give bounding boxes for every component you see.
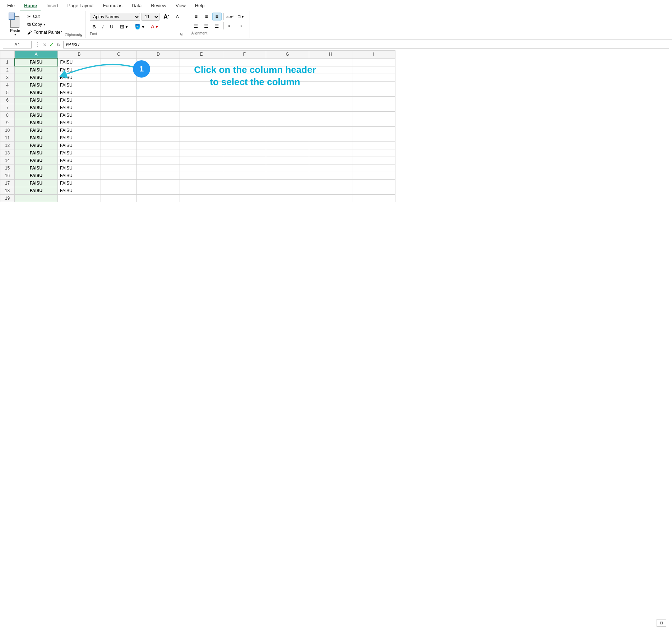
row-header-19[interactable]: 19 xyxy=(0,195,15,202)
cell-13-c[interactable] xyxy=(101,149,137,157)
row-header-13[interactable]: 13 xyxy=(0,149,15,157)
col-header-f[interactable]: F xyxy=(223,51,266,59)
cell-11-e[interactable] xyxy=(180,134,223,142)
cell-8-g[interactable] xyxy=(266,112,309,119)
cell-7-e[interactable] xyxy=(180,104,223,112)
cell-1-e[interactable] xyxy=(180,58,223,66)
cell-6-d[interactable] xyxy=(137,97,180,104)
cell-2-g[interactable] xyxy=(266,66,309,74)
cell-11-f[interactable] xyxy=(223,134,266,142)
cell-2-f[interactable] xyxy=(223,66,266,74)
cell-3-f[interactable] xyxy=(223,74,266,82)
cell-14-e[interactable] xyxy=(180,157,223,164)
cell-10-d[interactable] xyxy=(137,127,180,134)
select-all-corner[interactable] xyxy=(0,51,15,59)
row-header-17[interactable]: 17 xyxy=(0,180,15,187)
cell-9-e[interactable] xyxy=(180,119,223,127)
cell-15-b[interactable]: FAISU xyxy=(58,164,101,172)
italic-button[interactable]: I xyxy=(100,23,106,31)
cell-13-h[interactable] xyxy=(309,149,352,157)
borders-button[interactable]: ⊞ ▾ xyxy=(117,23,131,31)
cell-4-i[interactable] xyxy=(352,82,395,89)
cell-4-c[interactable] xyxy=(101,82,137,89)
tab-help[interactable]: Help xyxy=(191,1,209,10)
cell-1-f[interactable] xyxy=(223,58,266,66)
cell-14-i[interactable] xyxy=(352,157,395,164)
more-options-icon[interactable]: ⋮ xyxy=(34,41,40,48)
cell-15-c[interactable] xyxy=(101,164,137,172)
cell-18-e[interactable] xyxy=(180,187,223,195)
cell-12-d[interactable] xyxy=(137,142,180,149)
cell-5-f[interactable] xyxy=(223,89,266,97)
tab-formulas[interactable]: Formulas xyxy=(99,1,127,10)
cell-9-i[interactable] xyxy=(352,119,395,127)
cell-3-b[interactable]: FAISU xyxy=(58,74,101,82)
col-header-h[interactable]: H xyxy=(309,51,352,59)
increase-font-size-button[interactable]: A+ xyxy=(161,13,172,21)
cell-4-d[interactable] xyxy=(137,82,180,89)
col-header-a[interactable]: A xyxy=(15,51,58,59)
font-name-select[interactable]: Aptos Narrow xyxy=(90,13,140,21)
cell-4-g[interactable] xyxy=(266,82,309,89)
row-header-6[interactable]: 6 xyxy=(0,97,15,104)
cell-11-i[interactable] xyxy=(352,134,395,142)
cancel-formula-icon[interactable]: × xyxy=(43,42,46,48)
cell-1-h[interactable] xyxy=(309,58,352,66)
cell-14-a[interactable]: FAISU xyxy=(15,157,58,164)
cell-2-b[interactable]: FAISU xyxy=(58,66,101,74)
cell-5-h[interactable] xyxy=(309,89,352,97)
cell-12-e[interactable] xyxy=(180,142,223,149)
cell-13-e[interactable] xyxy=(180,149,223,157)
row-header-2[interactable]: 2 xyxy=(0,66,15,74)
underline-button[interactable]: U xyxy=(107,23,116,31)
row-header-4[interactable]: 4 xyxy=(0,82,15,89)
cell-8-f[interactable] xyxy=(223,112,266,119)
cell-10-h[interactable] xyxy=(309,127,352,134)
cell-6-e[interactable] xyxy=(180,97,223,104)
cell-17-f[interactable] xyxy=(223,180,266,187)
cell-10-e[interactable] xyxy=(180,127,223,134)
col-header-g[interactable]: G xyxy=(266,51,309,59)
col-header-e[interactable]: E xyxy=(180,51,223,59)
cell-5-e[interactable] xyxy=(180,89,223,97)
cell-3-h[interactable] xyxy=(309,74,352,82)
cell-14-d[interactable] xyxy=(137,157,180,164)
cell-8-a[interactable]: FAISU xyxy=(15,112,58,119)
col-header-b[interactable]: B xyxy=(58,51,101,59)
cell-12-h[interactable] xyxy=(309,142,352,149)
cell-14-h[interactable] xyxy=(309,157,352,164)
cell-10-a[interactable]: FAISU xyxy=(15,127,58,134)
cell-18-c[interactable] xyxy=(101,187,137,195)
cell-18-d[interactable] xyxy=(137,187,180,195)
align-right-button[interactable]: ☰ xyxy=(212,22,222,30)
cell-7-h[interactable] xyxy=(309,104,352,112)
row-header-11[interactable]: 11 xyxy=(0,134,15,142)
format-painter-button[interactable]: 🖌 Format Painter xyxy=(26,29,63,36)
cell-18-b[interactable]: FAISU xyxy=(58,187,101,195)
cell-13-i[interactable] xyxy=(352,149,395,157)
cut-button[interactable]: ✂ Cut xyxy=(26,13,63,20)
cell-15-f[interactable] xyxy=(223,164,266,172)
cell-18-a[interactable]: FAISU xyxy=(15,187,58,195)
cell-10-b[interactable]: FAISU xyxy=(58,127,101,134)
cell-10-f[interactable] xyxy=(223,127,266,134)
cell-16-i[interactable] xyxy=(352,172,395,180)
cell-11-g[interactable] xyxy=(266,134,309,142)
cell-6-c[interactable] xyxy=(101,97,137,104)
cell-7-b[interactable]: FAISU xyxy=(58,104,101,112)
cell-3-g[interactable] xyxy=(266,74,309,82)
cell-18-i[interactable] xyxy=(352,187,395,195)
wrap-text-button[interactable]: ab↵ xyxy=(226,13,235,20)
cell-16-b[interactable]: FAISU xyxy=(58,172,101,180)
cell-9-a[interactable]: FAISU xyxy=(15,119,58,127)
row-header-10[interactable]: 10 xyxy=(0,127,15,134)
cell-18-f[interactable] xyxy=(223,187,266,195)
cell-16-c[interactable] xyxy=(101,172,137,180)
formula-input[interactable] xyxy=(63,41,669,48)
cell-1-i[interactable] xyxy=(352,58,395,66)
increase-indent-button[interactable]: ⇥ xyxy=(236,22,245,30)
cell-16-a[interactable]: FAISU xyxy=(15,172,58,180)
cell-14-c[interactable] xyxy=(101,157,137,164)
cell-3-a[interactable]: FAISU xyxy=(15,74,58,82)
cell-16-f[interactable] xyxy=(223,172,266,180)
